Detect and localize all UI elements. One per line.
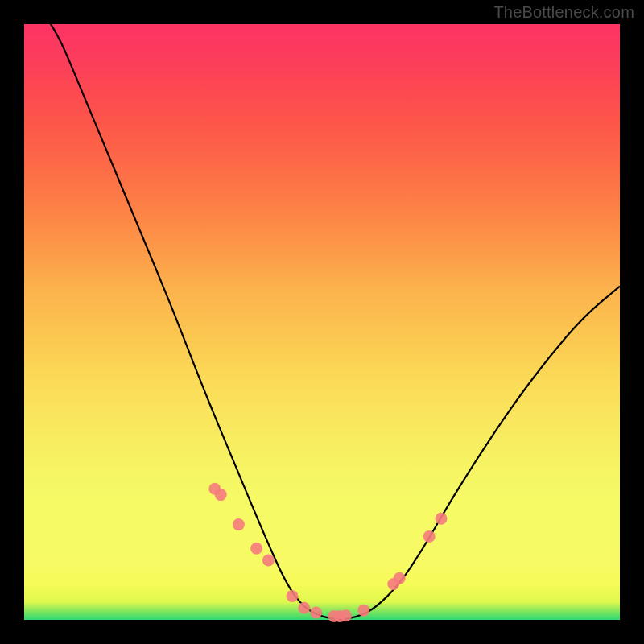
marker-point — [262, 555, 275, 567]
marker-point — [436, 513, 448, 525]
curve-svg — [24, 24, 620, 620]
bottleneck-curve-path — [24, 0, 620, 619]
marker-point — [250, 543, 262, 555]
marker-point — [394, 572, 406, 584]
marker-point — [233, 518, 245, 530]
marker-point — [357, 605, 369, 617]
marker-point — [340, 609, 352, 621]
watermark-text: TheBottleneck.com — [493, 3, 634, 22]
marker-point — [298, 602, 310, 614]
chart-frame: TheBottleneck.com — [0, 0, 644, 644]
marker-group — [208, 483, 447, 622]
marker-point — [310, 607, 322, 619]
marker-point — [287, 590, 299, 602]
marker-point — [215, 489, 227, 501]
marker-point — [423, 530, 436, 543]
plot-area — [24, 24, 620, 620]
